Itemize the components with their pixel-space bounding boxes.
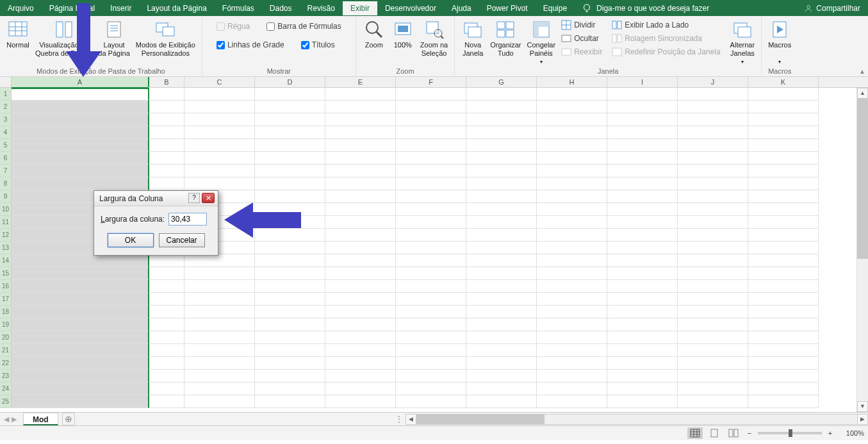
cell[interactable]	[396, 88, 466, 101]
menu-tab-equipe[interactable]: Equipe	[536, 1, 575, 15]
cell[interactable]	[255, 293, 325, 306]
cell[interactable]	[466, 113, 537, 126]
cell[interactable]	[325, 165, 396, 177]
cell[interactable]	[748, 216, 819, 229]
ruler-checkbox-input[interactable]	[217, 22, 225, 31]
cell[interactable]	[325, 318, 396, 331]
row-header-2[interactable]: 2	[0, 101, 12, 113]
cell[interactable]	[396, 126, 466, 139]
cell[interactable]	[396, 177, 466, 190]
scroll-down-button[interactable]: ▼	[857, 401, 868, 412]
cell[interactable]	[678, 216, 748, 229]
cell[interactable]	[537, 293, 607, 306]
cell[interactable]	[607, 395, 678, 408]
cell[interactable]	[748, 370, 819, 382]
cell[interactable]	[12, 357, 149, 370]
cell[interactable]	[466, 267, 537, 280]
cell[interactable]	[678, 113, 748, 126]
cell[interactable]	[255, 229, 325, 242]
cell[interactable]	[537, 216, 607, 229]
cell[interactable]	[255, 126, 325, 139]
cell[interactable]	[396, 254, 466, 267]
row-header-8[interactable]: 8	[0, 177, 12, 190]
cell[interactable]	[748, 126, 819, 139]
cell[interactable]	[396, 229, 466, 242]
share-button[interactable]: Compartilhar	[796, 4, 868, 13]
cell[interactable]	[184, 152, 255, 165]
vertical-scrollbar[interactable]: ▲ ▼	[856, 88, 868, 412]
ok-button[interactable]: OK	[108, 233, 154, 247]
column-header-A[interactable]: A	[12, 77, 149, 87]
cell[interactable]	[255, 113, 325, 126]
cell[interactable]	[537, 395, 607, 408]
row-header-10[interactable]: 10	[0, 203, 12, 216]
cell[interactable]	[325, 203, 396, 216]
cell[interactable]	[255, 165, 325, 177]
side-by-side-button[interactable]: Exibir Lado a Lado	[609, 19, 723, 31]
cell[interactable]	[466, 165, 537, 177]
cell[interactable]	[255, 88, 325, 101]
cell[interactable]	[537, 177, 607, 190]
cell[interactable]	[607, 331, 678, 344]
cell[interactable]	[396, 395, 466, 408]
cell[interactable]	[255, 306, 325, 318]
cell[interactable]	[607, 190, 678, 203]
cell[interactable]	[678, 229, 748, 242]
row-header-1[interactable]: 1	[0, 88, 12, 101]
cell[interactable]	[607, 344, 678, 357]
cell[interactable]	[396, 293, 466, 306]
custom-views-button[interactable]: Modos de Exibição Personalizados	[133, 18, 198, 59]
cell[interactable]	[255, 318, 325, 331]
gridlines-checkbox-input[interactable]	[217, 41, 225, 49]
cell[interactable]	[678, 306, 748, 318]
cell[interactable]	[748, 229, 819, 242]
normal-view-status-button[interactable]	[687, 427, 703, 439]
cell[interactable]	[537, 190, 607, 203]
cell[interactable]	[748, 190, 819, 203]
cell[interactable]	[748, 318, 819, 331]
cell[interactable]	[255, 331, 325, 344]
cell[interactable]	[607, 382, 678, 395]
cell[interactable]	[466, 254, 537, 267]
cell[interactable]	[466, 370, 537, 382]
cell[interactable]	[748, 242, 819, 254]
cell[interactable]	[255, 254, 325, 267]
cell[interactable]	[149, 331, 184, 344]
zoom-slider[interactable]	[758, 432, 822, 434]
cell[interactable]	[255, 139, 325, 152]
cell[interactable]	[537, 126, 607, 139]
cell[interactable]	[607, 318, 678, 331]
ruler-checkbox[interactable]: Régua	[214, 21, 252, 32]
cell[interactable]	[537, 267, 607, 280]
normal-view-button[interactable]: Normal	[4, 18, 32, 51]
cell[interactable]	[255, 203, 325, 216]
cell[interactable]	[537, 139, 607, 152]
cell[interactable]	[12, 113, 149, 126]
cell[interactable]	[748, 344, 819, 357]
cell[interactable]	[466, 229, 537, 242]
cell[interactable]	[396, 139, 466, 152]
cell[interactable]	[678, 280, 748, 293]
cell[interactable]	[678, 293, 748, 306]
collapse-ribbon-button[interactable]: ▲	[859, 68, 865, 75]
column-header-K[interactable]: K	[748, 77, 819, 87]
cell[interactable]	[149, 88, 184, 101]
row-header-16[interactable]: 16	[0, 280, 12, 293]
cell[interactable]	[184, 267, 255, 280]
cell[interactable]	[607, 113, 678, 126]
zoom-slider-handle[interactable]	[789, 429, 792, 437]
cell[interactable]	[184, 88, 255, 101]
cell[interactable]	[748, 152, 819, 165]
cell[interactable]	[325, 306, 396, 318]
cell[interactable]	[607, 357, 678, 370]
cell[interactable]	[678, 357, 748, 370]
cell[interactable]	[466, 280, 537, 293]
cell[interactable]	[12, 126, 149, 139]
dialog-title-bar[interactable]: Largura da Coluna ? ✕	[94, 191, 218, 206]
cell[interactable]	[748, 254, 819, 267]
page-break-preview-button[interactable]: Visualização da Quebra de Página	[33, 18, 95, 59]
column-header-C[interactable]: C	[184, 77, 255, 87]
cell[interactable]	[537, 280, 607, 293]
cell[interactable]	[184, 395, 255, 408]
cell[interactable]	[607, 267, 678, 280]
